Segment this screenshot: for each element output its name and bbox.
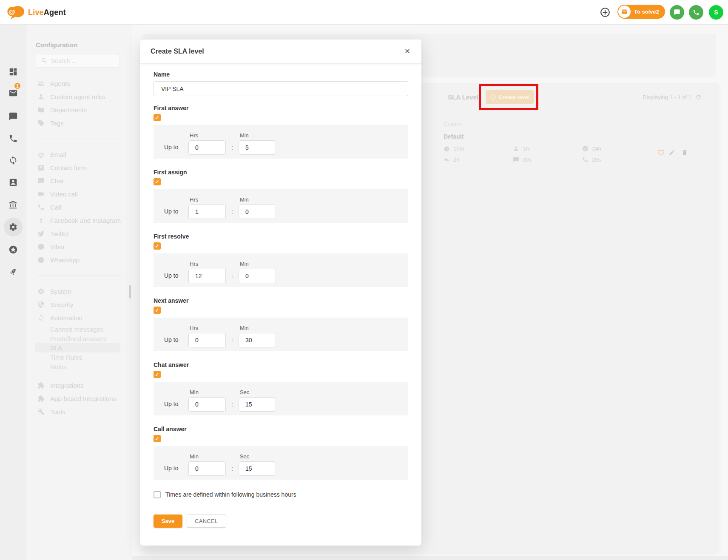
config-item-facebook-instagram[interactable]: f Facebook and Instagram bbox=[26, 214, 132, 227]
hours-input[interactable] bbox=[188, 140, 226, 155]
pagination-status: Displaying 1 - 1 of 1 bbox=[643, 94, 702, 100]
config-item-agents[interactable]: Agents bbox=[26, 77, 132, 90]
sidebar-item-getting-started[interactable] bbox=[9, 245, 18, 254]
config-item-chat[interactable]: Chat bbox=[26, 174, 132, 188]
config-item-label: App-based Integrations bbox=[50, 395, 116, 402]
config-item-label: Viber bbox=[50, 243, 65, 250]
next-answer-checkbox[interactable]: ✓ bbox=[154, 307, 161, 314]
config-subitem-canned-messages[interactable]: Canned messages bbox=[26, 324, 132, 334]
up-to-label: Up to bbox=[164, 336, 182, 343]
seconds-input[interactable] bbox=[239, 397, 276, 412]
call-status-button[interactable] bbox=[689, 5, 703, 20]
config-item-contact-form[interactable]: Contact form bbox=[26, 161, 132, 174]
sidebar-item-dashboard[interactable] bbox=[9, 67, 18, 77]
config-item-video-call[interactable]: Video call bbox=[26, 188, 132, 201]
save-button[interactable]: Save bbox=[154, 515, 182, 528]
refresh-icon[interactable] bbox=[695, 94, 702, 100]
minutes-input[interactable] bbox=[239, 269, 276, 283]
config-item-system[interactable]: System bbox=[26, 285, 132, 298]
business-hours-checkbox[interactable] bbox=[154, 491, 161, 498]
config-item-label: Departments bbox=[50, 106, 87, 114]
twitter-icon bbox=[37, 230, 45, 237]
colon-separator: : bbox=[226, 401, 239, 408]
hours-input[interactable] bbox=[188, 269, 226, 283]
name-input[interactable] bbox=[154, 81, 408, 96]
config-item-automation[interactable]: Automation bbox=[26, 311, 132, 324]
config-item-tags[interactable]: Tags bbox=[26, 117, 132, 130]
sidebar-item-tickets[interactable] bbox=[9, 88, 18, 98]
unit-label: Min bbox=[240, 196, 276, 203]
document-icon bbox=[37, 164, 45, 171]
config-item-security[interactable]: Security bbox=[26, 298, 132, 311]
unit-label: Min bbox=[240, 132, 276, 139]
add-new-button[interactable] bbox=[600, 7, 611, 18]
minutes-input[interactable] bbox=[188, 461, 226, 476]
config-subitem-sla[interactable]: SLA bbox=[35, 343, 120, 352]
to-solve-button[interactable]: To solve 2 bbox=[617, 5, 665, 19]
config-item-departments[interactable]: Departments bbox=[26, 103, 132, 117]
minutes-input[interactable] bbox=[239, 140, 276, 155]
modal-body: Name First answer ✓ Up to Hrs : Min Firs… bbox=[140, 64, 421, 528]
config-item-whatsapp[interactable]: WhatsApp bbox=[26, 253, 132, 267]
cell-value: 10m bbox=[453, 145, 464, 152]
unit-label: Sec bbox=[240, 389, 276, 395]
config-subitem-predefined-answers[interactable]: Predefined answers bbox=[26, 334, 132, 343]
sidebar-item-calls[interactable] bbox=[9, 134, 18, 143]
colon-separator: : bbox=[226, 273, 239, 279]
config-item-twitter[interactable]: Twitter bbox=[26, 227, 132, 240]
puzzle-icon bbox=[37, 382, 45, 389]
rocket-icon bbox=[7, 265, 20, 279]
plus-circle-icon bbox=[600, 7, 611, 18]
config-item-call[interactable]: Call bbox=[26, 201, 132, 214]
first-resolve-checkbox[interactable]: ✓ bbox=[154, 242, 161, 250]
config-item-label: Agents bbox=[50, 80, 70, 87]
time-panel: Up to Hrs : Min bbox=[154, 318, 408, 351]
hours-input[interactable] bbox=[188, 205, 226, 219]
config-item-viber[interactable]: Viber bbox=[26, 240, 132, 253]
sidebar-item-configuration[interactable] bbox=[9, 222, 18, 232]
hours-input[interactable] bbox=[188, 333, 226, 347]
row-action-delete[interactable] bbox=[681, 149, 688, 156]
liveagent-logo: @ LiveAgent bbox=[7, 5, 66, 20]
minutes-input[interactable] bbox=[188, 397, 226, 412]
sidebar-item-customer-portal[interactable] bbox=[9, 200, 18, 210]
minutes-input[interactable] bbox=[239, 333, 276, 347]
row-action-edit[interactable] bbox=[668, 149, 676, 156]
config-item-app-based-integrations[interactable]: App-based Integrations bbox=[26, 392, 132, 405]
mail-icon bbox=[618, 6, 631, 18]
business-hours-row: Times are defined within following busin… bbox=[154, 491, 408, 498]
config-item-integrations[interactable]: Integrations bbox=[26, 379, 132, 392]
close-icon[interactable]: ✕ bbox=[404, 48, 411, 55]
divider bbox=[36, 276, 120, 276]
chat-status-button[interactable] bbox=[670, 5, 684, 20]
gear-icon bbox=[9, 222, 18, 232]
cancel-button[interactable]: CANCEL bbox=[187, 515, 226, 528]
minutes-input[interactable] bbox=[239, 205, 276, 219]
chat-answer-checkbox[interactable]: ✓ bbox=[154, 371, 161, 378]
minutes-field: Min bbox=[239, 318, 276, 351]
call-answer-checkbox[interactable]: ✓ bbox=[154, 435, 161, 442]
puzzle-icon bbox=[37, 395, 45, 402]
first-answer-checkbox[interactable]: ✓ bbox=[154, 114, 161, 121]
scrollbar-thumb[interactable] bbox=[129, 285, 131, 298]
config-item-custom-agent-roles[interactable]: Custom agent roles bbox=[26, 90, 132, 103]
row-action-business-hours[interactable] bbox=[657, 149, 665, 156]
unit-label: Min bbox=[240, 325, 276, 331]
mail-badge: 1 bbox=[14, 82, 21, 90]
config-item-email[interactable]: @ Email bbox=[26, 148, 132, 161]
sla-cell-first-resolve: 24h bbox=[582, 145, 601, 152]
sidebar-item-automation[interactable] bbox=[9, 156, 18, 165]
tag-icon bbox=[37, 119, 45, 127]
seconds-input[interactable] bbox=[239, 461, 276, 476]
config-item-label: Integrations bbox=[50, 382, 83, 389]
sidebar-item-chats[interactable] bbox=[9, 112, 18, 121]
config-subitem-rules[interactable]: Rules bbox=[26, 362, 132, 371]
config-item-tools[interactable]: Tools bbox=[26, 405, 132, 418]
sidebar-item-contacts[interactable] bbox=[9, 178, 18, 187]
avatar[interactable]: S bbox=[709, 5, 723, 20]
sidebar-item-upgrade[interactable] bbox=[7, 265, 20, 279]
first-assign-checkbox[interactable]: ✓ bbox=[154, 178, 161, 185]
search-input[interactable] bbox=[51, 57, 115, 64]
config-subitem-time-rules[interactable]: Time Rules bbox=[26, 352, 132, 362]
seconds-field: Sec bbox=[239, 382, 276, 415]
